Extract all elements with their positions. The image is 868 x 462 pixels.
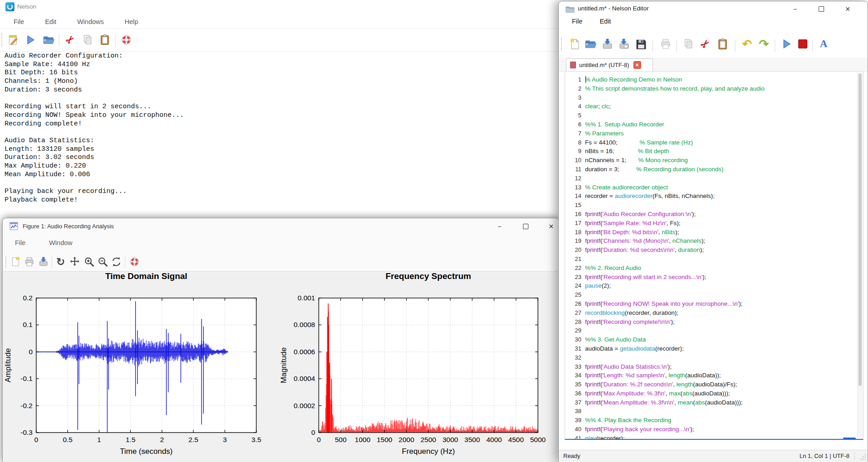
stop-button[interactable] <box>796 37 810 51</box>
editor-window-title: untitled.m* - Nelson Editor <box>578 5 649 12</box>
code-line: 33fprintf('Audio Data Statistics:\n'); <box>565 362 863 371</box>
time-domain-chart[interactable]: 00.511.522.533.50.20.10-0.1-0.2-0.3Time … <box>5 271 263 462</box>
zoom-out-button[interactable] <box>96 255 109 268</box>
code-line: 37fprintf('Mean Amplitude: %.3f\n\n', me… <box>565 398 863 407</box>
resize-grip[interactable] <box>859 454 866 461</box>
open-folder-button[interactable] <box>41 33 56 47</box>
new-figure-button[interactable] <box>9 255 22 268</box>
redo-button[interactable]: ↷ <box>757 37 771 51</box>
main-toolbar: ✂ <box>0 28 558 52</box>
edit-script-button[interactable] <box>6 33 21 47</box>
font-button[interactable]: A <box>817 37 830 51</box>
zoom-in-button[interactable] <box>83 255 96 268</box>
editor-titlebar[interactable]: untitled.m* - Nelson Editor − ✕ <box>559 1 868 17</box>
help-icon <box>129 256 140 267</box>
toolbar-handle[interactable] <box>561 38 563 50</box>
cut-button[interactable]: ✂ <box>699 37 712 51</box>
figure-close-button[interactable]: ✕ <box>544 220 558 233</box>
cut-button[interactable]: ✂ <box>63 33 77 47</box>
pan-button[interactable] <box>68 255 81 268</box>
code-line: 28fprintf('Recording complete!\n\n'); <box>565 318 863 327</box>
editor-tabbar: untitled.m* (UTF-8) ✕ <box>559 58 868 72</box>
print-button[interactable] <box>659 37 672 51</box>
svg-text:0.5: 0.5 <box>63 436 73 443</box>
code-line: 25 <box>565 290 863 299</box>
menu-file[interactable]: File <box>572 18 582 25</box>
menu-windows[interactable]: Windows <box>77 18 104 25</box>
editor-minimize-button[interactable]: − <box>788 3 802 15</box>
new-script-button[interactable] <box>568 37 581 51</box>
editor-maximize-button[interactable] <box>815 3 828 15</box>
code-line: 41play(recorder); <box>565 434 863 440</box>
redo-icon: ↷ <box>759 37 769 51</box>
svg-text:0.2: 0.2 <box>23 294 33 302</box>
figure-minimize-button[interactable]: − <box>493 220 506 233</box>
code-line: 16fprintf('Audio Recorder Configuration:… <box>565 210 863 219</box>
code-editor[interactable]: 1% Audio Recording Demo in Nelson2% This… <box>565 71 863 440</box>
save-as-icon <box>618 38 630 50</box>
editor-close-button[interactable]: ✕ <box>841 3 854 15</box>
horizontal-scrollbar-thumb[interactable] <box>843 438 856 440</box>
figure-titlebar[interactable]: Figure 1: Audio Recording Analysis − ✕ <box>3 218 559 235</box>
export-button[interactable] <box>37 255 50 268</box>
paste-button[interactable] <box>716 37 729 51</box>
help-button[interactable] <box>119 33 134 47</box>
console-output[interactable]: Audio Recorder Configuration: Sample Rat… <box>5 52 184 205</box>
figure-maximize-button[interactable] <box>519 220 532 233</box>
code-line: 13% Create audiorecorder object <box>565 183 863 192</box>
code-line: 9nBits = 16; % Bit depth <box>565 147 863 156</box>
save-all-button[interactable] <box>634 37 647 51</box>
svg-text:3.5: 3.5 <box>251 436 261 443</box>
tab-untitled[interactable]: untitled.m* (UTF-8) ✕ <box>566 58 653 71</box>
help-icon <box>120 34 132 46</box>
tab-close-button[interactable]: ✕ <box>633 61 641 69</box>
menu-file[interactable]: File <box>14 18 24 25</box>
code-line: 39%% 4. Play Back the Recording <box>565 416 863 425</box>
frequency-spectrum-chart[interactable]: 0500100015002000250030003500400045005000… <box>268 271 557 462</box>
editor-window: untitled.m* - Nelson Editor − ✕ File Edi… <box>558 1 868 462</box>
code-line: 27recordblocking(recorder, duration); <box>565 308 863 318</box>
desktop: Nelson File Edit Windows Help <box>0 0 868 462</box>
code-line: 5 <box>565 111 863 120</box>
zoom-in-icon <box>84 256 95 267</box>
run-icon <box>781 38 792 50</box>
toolbar-handle[interactable] <box>1 33 4 47</box>
copy-button[interactable] <box>81 33 95 47</box>
code-line: 32 <box>565 353 863 362</box>
paste-button[interactable] <box>98 33 112 47</box>
menu-help[interactable]: Help <box>125 18 138 25</box>
scrollbar-thumb <box>858 73 862 386</box>
menu-file[interactable]: File <box>15 239 25 246</box>
code-line: 20fprintf('Duration: %d seconds\n\n', du… <box>565 245 863 255</box>
svg-text:0: 0 <box>34 436 38 443</box>
rotate-button[interactable]: ↻ <box>54 255 67 268</box>
svg-text:4000: 4000 <box>486 436 502 443</box>
svg-text:2000: 2000 <box>398 436 414 443</box>
svg-text:0.001: 0.001 <box>297 294 315 302</box>
print-button[interactable] <box>23 255 36 268</box>
run-file-button[interactable] <box>780 37 793 51</box>
svg-text:3: 3 <box>223 436 227 443</box>
toolbar-handle[interactable] <box>5 256 8 268</box>
menu-edit[interactable]: Edit <box>599 18 611 25</box>
menu-window[interactable]: Window <box>49 239 72 246</box>
help-button[interactable] <box>128 255 141 268</box>
open-file-button[interactable] <box>584 37 597 51</box>
toolbar-separator <box>59 34 59 47</box>
code-line: 11duration = 3; % Recording duration (se… <box>565 165 863 174</box>
status-separator <box>854 452 855 461</box>
cut-icon: ✂ <box>63 33 77 47</box>
svg-text:0: 0 <box>311 428 315 436</box>
run-button[interactable] <box>23 33 38 47</box>
code-line: 31audioData = getaudiodata(recorder); <box>565 344 863 353</box>
refresh-button[interactable] <box>110 255 123 268</box>
copy-button[interactable] <box>682 37 695 51</box>
code-line: 21 <box>565 255 863 264</box>
vertical-scrollbar[interactable] <box>857 72 863 438</box>
menu-edit[interactable]: Edit <box>45 18 56 25</box>
open-file-icon <box>584 38 597 50</box>
code-line: 29 <box>565 326 863 335</box>
save-as-button[interactable] <box>617 37 631 51</box>
undo-button[interactable]: ↶ <box>740 37 754 51</box>
save-button[interactable] <box>600 37 614 51</box>
